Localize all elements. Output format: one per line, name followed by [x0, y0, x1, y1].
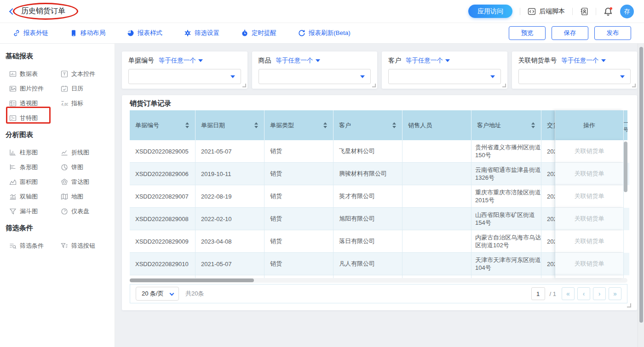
contacts-icon[interactable]	[580, 7, 588, 16]
filter-operator-dropdown[interactable]: 等于任意一个	[562, 57, 606, 65]
sidebar-item-calendar[interactable]: 日历	[57, 81, 109, 96]
prev-page-button[interactable]: ‹	[577, 287, 590, 300]
preview-button[interactable]: 预览	[509, 26, 546, 40]
table-horizontal-scrollbar-thumb[interactable]	[130, 279, 254, 282]
app-access-button[interactable]: 应用访问	[468, 5, 512, 18]
column-header-type[interactable]: 单据类型	[264, 110, 334, 140]
filter-value-select[interactable]	[518, 69, 631, 84]
link-sales-order-action[interactable]: 关联销货单	[575, 192, 604, 200]
report-style-button[interactable]: 报表样式	[127, 29, 162, 37]
table-header-row: 单据编号 单据日期 单据类型 客户 销售人员 客户地址 交货 操作 一号	[130, 110, 627, 140]
sort-icon[interactable]	[392, 122, 396, 128]
notification-bell-icon[interactable]	[604, 7, 613, 16]
sidebar-item-text-widget[interactable]: 文本控件	[57, 67, 109, 81]
filter-operator-dropdown[interactable]: 等于任意一个	[276, 57, 320, 65]
chevron-down-icon	[230, 75, 235, 78]
sort-icon[interactable]	[531, 122, 535, 128]
link-sales-order-action[interactable]: 关联销货单	[575, 215, 604, 223]
link-sales-order-action[interactable]: 关联销货单	[575, 260, 604, 268]
sidebar-item-gauge-chart[interactable]: 仪表盘	[57, 204, 109, 219]
report-designer-screen: 历史销货订单 应用访问 后端脚本 存 报表外链	[0, 0, 644, 347]
column-header-customer[interactable]: 客户	[334, 110, 402, 140]
resize-handle[interactable]	[502, 84, 506, 87]
cell-delivery-truncated: 202	[541, 208, 555, 230]
sidebar-item-area-chart[interactable]: 面积图	[6, 175, 57, 189]
filter-settings-button[interactable]: 筛选设置	[184, 29, 219, 37]
table-row[interactable]: XSDD20220829005 2021-05-07 销货 飞星材料公司 贵州省…	[130, 140, 627, 163]
sidebar-item-pivot[interactable]: 透视图	[6, 96, 57, 111]
cell-salesperson	[402, 208, 472, 230]
resize-handle[interactable]	[632, 84, 636, 87]
table-row[interactable]: XSDD20220829008 2022-02-10 销货 旭阳有限公司 山西省…	[130, 208, 627, 230]
sidebar-item-column-chart[interactable]: 柱形图	[6, 145, 57, 160]
sort-icon[interactable]	[185, 122, 189, 128]
page-number-input[interactable]	[531, 287, 545, 300]
back-icon[interactable]	[9, 8, 16, 14]
filter-value-select[interactable]	[128, 69, 241, 84]
next-page-button[interactable]: ›	[593, 287, 606, 300]
sidebar-item-funnel-chart[interactable]: 漏斗图	[6, 204, 57, 219]
column-header-date[interactable]: 单据日期	[196, 110, 264, 140]
link-sales-order-action[interactable]: 关联销货单	[575, 147, 604, 155]
resize-handle[interactable]	[627, 303, 631, 307]
sidebar-item-dual-axis[interactable]: 双轴图	[6, 189, 57, 204]
sidebar-item-gantt[interactable]: 甘特图	[6, 111, 57, 125]
sort-icon[interactable]	[254, 122, 258, 128]
column-header-order-no[interactable]: 单据编号	[130, 110, 196, 140]
link-sales-order-action[interactable]: 关联销货单	[575, 170, 604, 178]
backend-script-button[interactable]: 后端脚本	[528, 7, 565, 16]
first-page-button[interactable]: «	[562, 287, 575, 300]
table-horizontal-scrollbar-track[interactable]	[130, 278, 627, 283]
cell-delivery-truncated: 202	[541, 253, 555, 275]
sidebar-item-radar-chart[interactable]: 雷达图	[57, 175, 109, 189]
table-row[interactable]: XSDD20220829007 2022-08-19 销货 英才有限公司 重庆市…	[130, 185, 627, 208]
cell-order-no: XSDD20220829009	[130, 230, 196, 253]
cell-date: 2022-08-19	[196, 185, 264, 208]
page-scrollbar-thumb[interactable]	[639, 47, 643, 323]
page-scrollbar-track[interactable]	[638, 44, 644, 347]
filter-widget-order-no[interactable]: 单据编号 等于任意一个	[122, 51, 247, 89]
filter-operator-dropdown[interactable]: 等于任意一个	[406, 57, 450, 65]
alarm-icon	[241, 29, 248, 37]
table-row[interactable]: XSDD20220829006 2019-10-11 销货 腾骏材料有限公司 云…	[130, 163, 627, 185]
filter-value-select[interactable]	[388, 69, 501, 84]
publish-button[interactable]: 发布	[594, 26, 631, 40]
resize-handle[interactable]	[242, 84, 246, 87]
sidebar-item-datatable[interactable]: 数据表	[6, 67, 57, 81]
pagination-bar: 20 条/页 共20条 / 1 « ‹ › »	[130, 284, 627, 303]
mobile-layout-button[interactable]: 移动布局	[70, 29, 105, 37]
sidebar-item-line-chart[interactable]: 折线图	[57, 145, 109, 160]
link-sales-order-action[interactable]: 关联销货单	[575, 237, 604, 245]
scheduled-reminder-button[interactable]: 定时提醒	[241, 29, 276, 37]
filter-widget-customer[interactable]: 客户 等于任意一个	[382, 51, 507, 89]
filter-widget-product[interactable]: 商品 等于任意一个	[252, 51, 378, 89]
chevron-down-icon	[170, 291, 174, 296]
cell-customer: 旭阳有限公司	[334, 208, 402, 230]
filter-value-select[interactable]	[259, 69, 371, 84]
filter-operator-dropdown[interactable]: 等于任意一个	[159, 57, 203, 65]
page-size-select[interactable]: 20 条/页	[136, 287, 179, 301]
table-vertical-scrollbar[interactable]	[624, 142, 627, 192]
sidebar-item-bar-chart[interactable]: 条形图	[6, 160, 57, 175]
last-page-button[interactable]: »	[609, 287, 621, 300]
cell-date: 2019-10-11	[196, 163, 264, 185]
sidebar-item-metric[interactable]: 指标	[57, 96, 109, 111]
sidebar-item-map-chart[interactable]: 地图	[57, 189, 109, 204]
report-refresh-button[interactable]: 报表刷新(Beta)	[298, 29, 351, 37]
user-avatar[interactable]: 存	[620, 5, 634, 18]
sidebar-item-filter-condition[interactable]: 筛选条件	[6, 239, 57, 253]
sort-icon[interactable]	[323, 122, 327, 128]
save-button[interactable]: 保存	[552, 26, 588, 40]
chevron-down-icon	[198, 59, 203, 62]
sidebar-item-filter-button[interactable]: 筛选按钮	[57, 239, 109, 253]
filter-widget-linked-sales-no[interactable]: 关联销货单号 等于任意一个	[512, 51, 638, 89]
sidebar-item-pie-chart[interactable]: 饼图	[57, 160, 109, 175]
cell-salesperson	[402, 140, 472, 163]
report-external-link-button[interactable]: 报表外链	[13, 29, 48, 37]
sidebar-item-image-widget[interactable]: 图片控件	[6, 81, 57, 96]
app-header: 历史销货订单 应用访问 后端脚本 存	[0, 0, 644, 23]
resize-handle[interactable]	[372, 84, 376, 87]
column-header-address[interactable]: 客户地址	[472, 110, 541, 140]
table-row[interactable]: XSDD20220829009 2023-04-08 销货 落日有限公司 内蒙古…	[130, 230, 627, 253]
table-row[interactable]: XSDD20220829010 2021-05-07 销货 凡人有限公司 天津市…	[130, 253, 627, 275]
